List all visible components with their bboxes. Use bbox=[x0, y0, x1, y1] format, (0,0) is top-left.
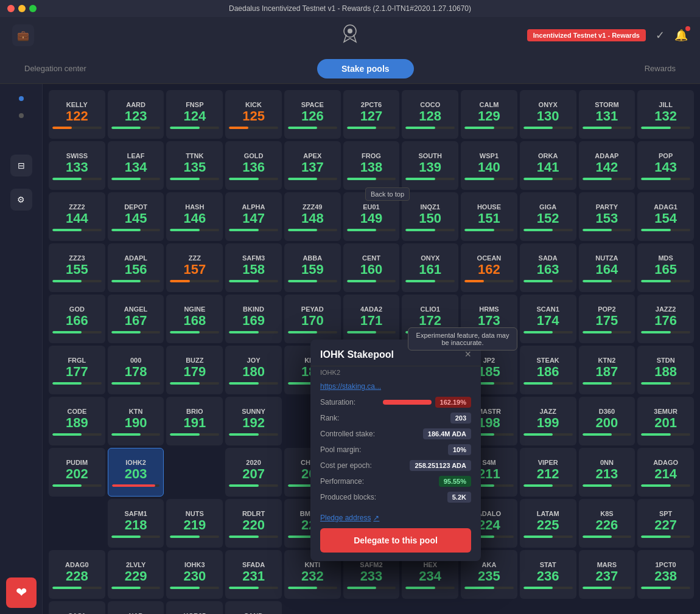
cost-epoch-value: 258.251123 ADA bbox=[410, 460, 471, 471]
itn-badge: Incentivized Testnet v1 - Rewards bbox=[527, 29, 646, 41]
svg-point-1 bbox=[348, 29, 352, 33]
rank-row: Rank: 203 bbox=[320, 413, 471, 424]
saturation-label: Saturation: bbox=[320, 398, 355, 406]
cost-epoch-row: Cost per epoch: 258.251123 ADA bbox=[320, 460, 471, 471]
sidebar-toggle-icon[interactable]: ⊟ bbox=[10, 155, 32, 176]
nav-center: Stake pools bbox=[99, 59, 632, 78]
nav-delegation-center[interactable]: Delegation center bbox=[12, 59, 99, 78]
performance-label: Performance: bbox=[320, 477, 364, 486]
titlebar: Daedalus Incentivized Testnet v1 - Rewar… bbox=[0, 0, 700, 17]
nav-stake-pools[interactable]: Stake pools bbox=[317, 59, 414, 78]
wallet-button[interactable]: ❤ bbox=[6, 577, 37, 608]
produced-blocks-row: Produced blocks: 5.2K bbox=[320, 492, 471, 503]
pool-margin-row: Pool margin: 10% bbox=[320, 444, 471, 455]
tooltip-bubble: Experimental feature, data may be inaccu… bbox=[408, 327, 517, 351]
topbar-left: 💼 bbox=[12, 24, 34, 46]
nav-row: Delegation center Stake pools Rewards bbox=[0, 54, 700, 84]
pool-margin-label: Pool margin: bbox=[320, 445, 361, 454]
pledge-address-link[interactable]: Pledge address ↗ bbox=[320, 514, 471, 522]
produced-blocks-value: 5.2K bbox=[447, 492, 471, 503]
rank-value: 203 bbox=[450, 413, 471, 424]
close-button[interactable] bbox=[7, 5, 15, 12]
sidebar-dot-2 bbox=[19, 113, 24, 118]
traffic-lights bbox=[7, 5, 37, 12]
modal-footer: Pledge address ↗ Delegate to this pool bbox=[310, 508, 481, 561]
rank-label: Rank: bbox=[320, 414, 339, 422]
cost-epoch-label: Cost per epoch: bbox=[320, 461, 372, 470]
maximize-button[interactable] bbox=[29, 5, 37, 12]
topbar: 💼 Incentivized Testnet v1 - Rewards ✓ 🔔 bbox=[0, 17, 700, 54]
produced-blocks-label: Produced blocks: bbox=[320, 493, 376, 501]
sidebar-dot-1 bbox=[19, 96, 24, 101]
window-title: Daedalus Incentivized Testnet v1 - Rewar… bbox=[229, 4, 471, 13]
modal-overlay[interactable]: Experimental feature, data may be inaccu… bbox=[43, 84, 700, 614]
minimize-button[interactable] bbox=[18, 5, 26, 12]
saturation-value: 162.19% bbox=[435, 397, 471, 408]
topbar-right: Incentivized Testnet v1 - Rewards ✓ 🔔 bbox=[527, 29, 688, 42]
main-content[interactable]: Back to top KELLY 122 AARD 123 FNSP 124 … bbox=[43, 84, 700, 614]
modal-title: IOHK Stakepool bbox=[320, 349, 394, 360]
sync-icon[interactable]: ✓ bbox=[656, 29, 665, 42]
controlled-stake-label: Controlled stake: bbox=[320, 430, 375, 438]
controlled-stake-row: Controlled stake: 186.4M ADA bbox=[320, 428, 471, 439]
modal-body: https://staking.ca... Saturation: 162.19… bbox=[310, 376, 481, 503]
saturation-row: Saturation: 162.19% bbox=[320, 397, 471, 408]
performance-value: 95.55% bbox=[439, 476, 471, 487]
pool-detail-modal: IOHK Stakepool × IOHK2 https://staking.c… bbox=[310, 340, 481, 561]
layout: ⊟ ⚙ ❤ Back to top KELLY 122 AARD 123 FNS… bbox=[0, 84, 700, 614]
modal-subtitle: IOHK2 bbox=[310, 366, 481, 376]
wallet-icon[interactable]: 💼 bbox=[12, 24, 34, 46]
controlled-stake-value: 186.4M ADA bbox=[423, 428, 471, 439]
performance-row: Performance: 95.55% bbox=[320, 476, 471, 487]
nav-rewards[interactable]: Rewards bbox=[632, 59, 688, 78]
sidebar: ⊟ ⚙ ❤ bbox=[0, 84, 43, 614]
app-logo bbox=[338, 21, 362, 50]
modal-link[interactable]: https://staking.ca... bbox=[320, 382, 471, 391]
delegate-button[interactable]: Delegate to this pool bbox=[320, 528, 471, 553]
pool-margin-value: 10% bbox=[448, 444, 471, 455]
notification-icon[interactable]: 🔔 bbox=[674, 29, 688, 42]
sidebar-settings-icon[interactable]: ⚙ bbox=[10, 189, 32, 211]
